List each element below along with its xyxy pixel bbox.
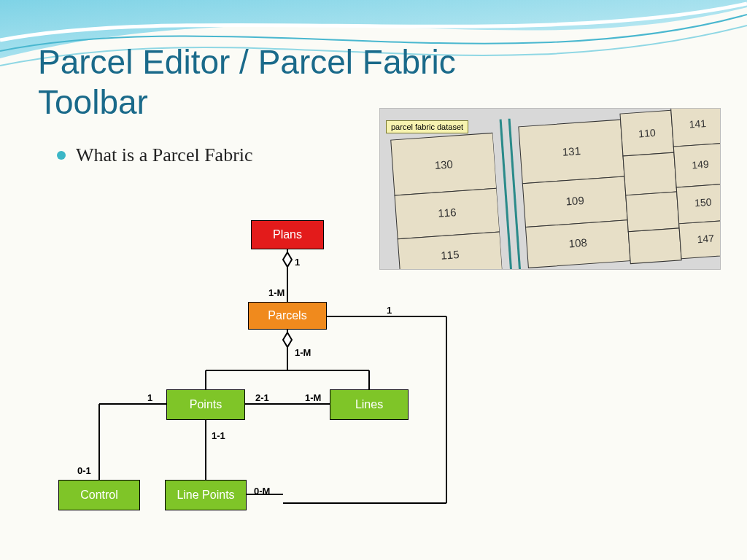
card-2-1: 2-1 bbox=[255, 392, 269, 403]
bullet-item: What is a Parcel Fabric bbox=[57, 144, 253, 166]
card-1m-parcels-down: 1-M bbox=[295, 347, 311, 358]
diagram-box-control: Control bbox=[58, 480, 140, 510]
svg-marker-29 bbox=[283, 252, 292, 267]
svg-text:109: 109 bbox=[565, 194, 584, 208]
svg-text:147: 147 bbox=[697, 233, 715, 246]
card-1-plans: 1 bbox=[295, 257, 300, 268]
card-1-parcels-outer: 1 bbox=[387, 305, 392, 316]
svg-text:141: 141 bbox=[689, 117, 707, 131]
svg-text:131: 131 bbox=[562, 144, 581, 158]
svg-text:130: 130 bbox=[434, 158, 453, 171]
svg-text:149: 149 bbox=[692, 158, 710, 171]
svg-rect-10 bbox=[623, 152, 677, 195]
svg-text:108: 108 bbox=[568, 236, 587, 250]
map-tooltip: parcel fabric dataset bbox=[386, 120, 468, 133]
svg-rect-12 bbox=[628, 228, 681, 264]
card-1-1: 1-1 bbox=[212, 430, 225, 441]
diagram-box-parcels: Parcels bbox=[248, 302, 327, 330]
diagram-box-plans: Plans bbox=[251, 220, 324, 249]
svg-marker-31 bbox=[283, 332, 292, 347]
diagram-box-lines: Lines bbox=[330, 389, 409, 420]
card-1-points-left: 1 bbox=[147, 392, 152, 403]
svg-rect-11 bbox=[626, 192, 679, 232]
bullet-text: What is a Parcel Fabric bbox=[76, 144, 253, 166]
svg-text:150: 150 bbox=[694, 196, 713, 209]
diagram-box-linepoints: Line Points bbox=[165, 480, 247, 510]
diagram-box-points: Points bbox=[166, 389, 245, 420]
schema-diagram: Plans Parcels Points Lines Control Line … bbox=[36, 211, 467, 532]
svg-text:110: 110 bbox=[638, 127, 657, 140]
card-0-m: 0-M bbox=[254, 486, 270, 497]
card-1m-points-lines: 1-M bbox=[305, 392, 321, 403]
card-1m-plans-parcels: 1-M bbox=[268, 287, 285, 298]
bullet-icon bbox=[57, 151, 66, 160]
card-0-1: 0-1 bbox=[77, 465, 91, 476]
